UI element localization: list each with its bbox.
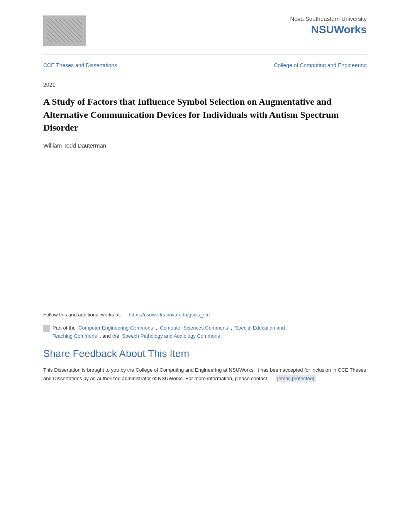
nav-section: CCE Theses and Dissertations College of … xyxy=(43,62,367,72)
comma-1: , xyxy=(154,325,159,331)
part-of-section: Part of the Computer Engineering Commons… xyxy=(43,324,367,340)
disclaimer-text: This Dissertation is brought to you by t… xyxy=(43,366,367,383)
follow-section: Follow this and additional works at: htt… xyxy=(43,311,367,318)
follow-url[interactable]: https://nsuworks.nova.edu/gscis_etd xyxy=(129,312,210,318)
header-section: Nova Southeastern University NSUWorks xyxy=(43,15,367,54)
nsuworks-title: NSUWorks xyxy=(290,24,367,36)
paper-title: A Study of Factors that Influence Symbol… xyxy=(43,95,367,134)
speech-pathology-commons-link[interactable]: Speech Pathology and Audiology Commons xyxy=(122,333,220,339)
computer-engineering-commons-link[interactable]: Computer Engineering Commons xyxy=(78,325,153,331)
logo-area xyxy=(43,15,90,46)
year-label: 2021 xyxy=(43,82,367,88)
and-the: , and the xyxy=(98,333,121,339)
university-info: Nova Southeastern University NSUWorks xyxy=(290,15,367,36)
part-of-text: Part of the xyxy=(53,325,76,331)
college-link[interactable]: College of Computing and Engineering xyxy=(274,62,367,68)
university-logo xyxy=(43,15,86,46)
email-link[interactable]: [email protected] xyxy=(276,375,316,382)
comma-2: , xyxy=(229,325,234,331)
university-name: Nova Southeastern University xyxy=(290,15,367,22)
computer-sciences-commons-link[interactable]: Computer Sciences Commons xyxy=(160,325,228,331)
follow-label: Follow this and additional works at: xyxy=(43,312,121,318)
cce-theses-link[interactable]: CCE Theses and Dissertations xyxy=(43,62,117,68)
part-of-prefix: Part of the Computer Engineering Commons… xyxy=(53,324,285,340)
disclaimer-period: . xyxy=(317,376,319,381)
share-feedback-title: Share Feedback About This Item xyxy=(43,348,367,360)
content-spacer xyxy=(43,164,367,311)
page-container: Nova Southeastern University NSUWorks CC… xyxy=(0,0,410,532)
author-name: William Todd Dauterman xyxy=(43,142,367,149)
bullet-icon xyxy=(43,325,50,332)
